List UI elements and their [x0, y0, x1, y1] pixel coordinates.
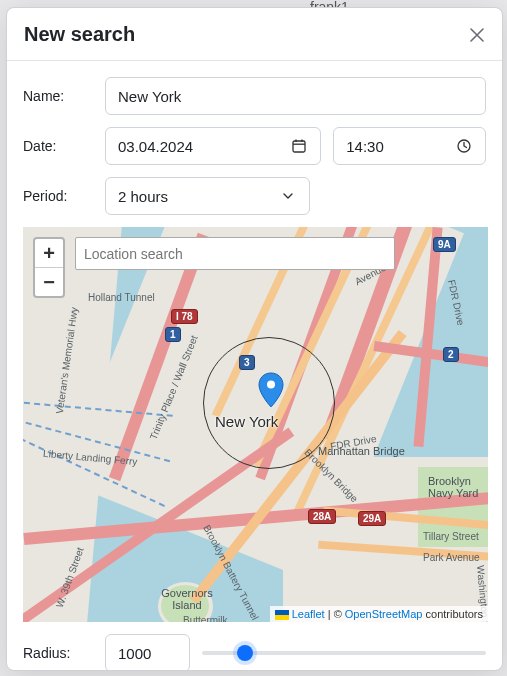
- modal-body: Name: New York Date: 03.04.2024 14:30: [7, 61, 502, 670]
- flag-icon: [275, 610, 289, 620]
- date-input[interactable]: 03.04.2024: [105, 127, 321, 165]
- location-map[interactable]: I 78 9A 2 1 3 28A 29A Holland Tunnel Man…: [23, 227, 488, 622]
- time-input[interactable]: 14:30: [333, 127, 486, 165]
- slider-thumb[interactable]: [237, 645, 253, 661]
- calendar-icon: [290, 137, 308, 155]
- radius-input[interactable]: 1000: [105, 634, 190, 670]
- date-label: Date:: [23, 138, 93, 154]
- modal-title: New search: [24, 23, 135, 46]
- map-shield: I 78: [171, 309, 198, 324]
- map-shield: 28A: [308, 509, 336, 524]
- modal-header: New search: [7, 8, 502, 61]
- svg-rect-0: [293, 141, 305, 152]
- name-input[interactable]: New York: [105, 77, 486, 115]
- clock-icon: [455, 137, 473, 155]
- zoom-control: + −: [33, 237, 65, 298]
- map-label: FDR Drive: [446, 279, 466, 327]
- map-shield: 2: [443, 347, 459, 362]
- new-search-modal: New search Name: New York Date: 03.04.20…: [6, 7, 503, 671]
- radius-value: 1000: [118, 645, 151, 662]
- period-label: Period:: [23, 188, 93, 204]
- zoom-in-button[interactable]: +: [35, 239, 63, 268]
- name-row: Name: New York: [23, 77, 486, 115]
- name-value: New York: [118, 88, 181, 105]
- map-label: Governors Island: [153, 587, 221, 611]
- map-search-input[interactable]: Location search: [75, 237, 395, 270]
- map-label: Buttermilk: [183, 615, 227, 622]
- radius-label: Radius:: [23, 645, 93, 661]
- map-label: Park Avenue: [423, 552, 480, 563]
- leaflet-link[interactable]: Leaflet: [292, 608, 325, 620]
- date-value: 03.04.2024: [118, 138, 193, 155]
- date-row: Date: 03.04.2024 14:30: [23, 127, 486, 165]
- period-row: Period: 2 hours: [23, 177, 486, 215]
- map-label: Tillary Street: [423, 531, 479, 542]
- map-shield: 3: [239, 355, 255, 370]
- period-value: 2 hours: [118, 188, 168, 205]
- chevron-down-icon: [279, 187, 297, 205]
- map-label: Brooklyn Navy Yard: [428, 475, 488, 499]
- map-attribution: Leaflet | © OpenStreetMap contributors: [270, 606, 488, 622]
- map-search-placeholder: Location search: [84, 246, 183, 262]
- map-label: Holland Tunnel: [88, 292, 155, 303]
- period-select[interactable]: 2 hours: [105, 177, 310, 215]
- attribution-tail: contributors: [422, 608, 483, 620]
- map-shield: 1: [165, 327, 181, 342]
- map-city-label: New York: [215, 413, 278, 430]
- close-icon: [469, 27, 485, 43]
- name-label: Name:: [23, 88, 93, 104]
- osm-link[interactable]: OpenStreetMap: [345, 608, 423, 620]
- map-shield: 9A: [433, 237, 456, 252]
- attribution-sep: | ©: [325, 608, 345, 620]
- close-button[interactable]: [467, 25, 487, 45]
- map-shield: 29A: [358, 511, 386, 526]
- radius-row: Radius: 1000: [23, 634, 486, 670]
- zoom-out-button[interactable]: −: [35, 268, 63, 296]
- time-value: 14:30: [346, 138, 384, 155]
- radius-slider[interactable]: [202, 651, 486, 655]
